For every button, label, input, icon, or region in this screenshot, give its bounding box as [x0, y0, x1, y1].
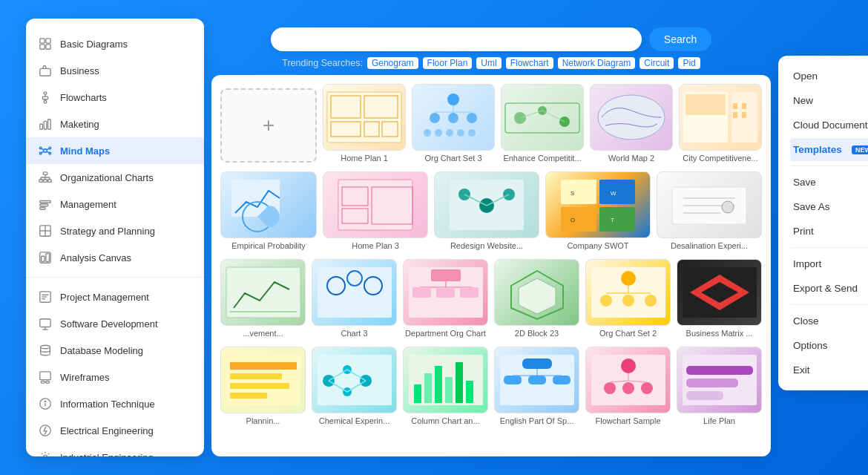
svg-rect-104 — [561, 180, 596, 204]
template-card-home-plan-1[interactable]: Home Plan 1 — [323, 84, 406, 163]
svg-rect-158 — [424, 373, 432, 403]
divider-3 — [790, 304, 868, 305]
svg-rect-25 — [48, 180, 52, 183]
template-card-org2[interactable]: Org Chart Set 2 — [585, 259, 671, 338]
template-title: Enhance Competitit... — [501, 154, 584, 163]
sidebar-item-maketing[interactable]: Maketing — [26, 111, 204, 137]
template-card-empirical[interactable]: Empirical Probability — [220, 171, 317, 250]
svg-point-64 — [447, 94, 459, 105]
template-thumb-english — [494, 347, 579, 413]
sidebar-label: Wireframes — [60, 372, 109, 383]
template-card-world-map[interactable]: World Map 2 — [590, 84, 673, 163]
template-card-chart3[interactable]: Chart 3 — [312, 259, 397, 338]
svg-rect-169 — [553, 376, 571, 384]
template-card-swot[interactable]: SWOT Company SWOT — [545, 171, 651, 250]
trending-tag-pid[interactable]: Pid — [678, 57, 700, 69]
sidebar-item-database[interactable]: Database Modeling — [26, 337, 204, 364]
template-card-flowchart-sample[interactable]: Flowchart Sample — [585, 347, 671, 425]
trending-tag-uml[interactable]: Uml — [476, 57, 501, 69]
svg-rect-0 — [40, 39, 45, 43]
right-panel-exit[interactable]: Exit — [790, 358, 868, 381]
svg-rect-1 — [46, 39, 50, 43]
search-input[interactable] — [283, 33, 630, 45]
template-card-desal[interactable]: Desalination Experi... — [657, 171, 762, 250]
template-title: Org Chart Set 3 — [412, 154, 495, 163]
content-area: Search Trending Searches: Genogram Floor… — [211, 19, 771, 456]
template-card-dept-org[interactable]: Department Org Chart — [403, 259, 488, 338]
sidebar-item-strategy[interactable]: Strategy and Planning — [26, 217, 204, 244]
sidebar-item-project[interactable]: Project Management — [26, 284, 204, 310]
trending-label: Trending Searches: — [282, 58, 363, 68]
trending-tag-network[interactable]: Network Diagram — [558, 57, 636, 69]
template-card-english[interactable]: English Part Of Sp... — [494, 347, 579, 425]
right-panel-templates[interactable]: Templates NEW — [790, 138, 868, 161]
sidebar-item-basic-diagrams[interactable]: Basic Diagrams — [26, 30, 204, 57]
new-template-button[interactable]: + — [220, 88, 317, 163]
sidebar-item-software[interactable]: Software Development — [26, 310, 204, 337]
sidebar-item-mind-maps[interactable]: Mind Maps — [26, 137, 204, 164]
template-card-redesign[interactable]: Redesign Website... — [434, 171, 539, 250]
template-card-chem[interactable]: Chemical Experin... — [312, 347, 397, 425]
template-thumb-desal — [657, 171, 762, 238]
search-button[interactable]: Search — [649, 27, 711, 51]
svg-rect-4 — [40, 68, 50, 76]
sidebar-label: Information Technique — [60, 399, 155, 410]
svg-rect-48 — [40, 372, 50, 380]
right-panel-import[interactable]: Import — [790, 252, 868, 275]
search-bar-container: Search — [211, 19, 771, 57]
svg-rect-88 — [733, 103, 737, 109]
template-title: Company SWOT — [545, 241, 651, 250]
svg-rect-24 — [44, 180, 47, 183]
right-panel-open[interactable]: Open — [790, 65, 868, 88]
sidebar-item-industrial[interactable]: Industrial Engineering — [26, 444, 204, 456]
svg-text:S: S — [571, 190, 574, 197]
trending-tag-genogram[interactable]: Genogram — [367, 57, 418, 69]
template-title: English Part Of Sp... — [494, 416, 579, 425]
template-card-city[interactable]: City Competitivene... — [679, 84, 762, 163]
template-row-1: + Home Plan 1 Org Chart Set 3 — [220, 84, 762, 163]
mindmap-icon — [38, 143, 53, 158]
trending-tag-flowchart[interactable]: Flowchart — [506, 57, 553, 69]
sidebar-item-info-tech[interactable]: Information Technique — [26, 390, 204, 417]
svg-rect-106 — [561, 207, 596, 232]
template-card-col-chart[interactable]: Column Chart an... — [403, 347, 488, 425]
svg-line-83 — [542, 111, 565, 122]
sidebar-item-management[interactable]: Management — [26, 191, 204, 217]
strategy-icon — [38, 223, 53, 238]
trending-tag-floor-plan[interactable]: Floor Plan — [423, 57, 473, 69]
right-panel-cloud[interactable]: Cloud Document — [790, 114, 868, 137]
right-panel-save-as[interactable]: Save As — [790, 195, 868, 218]
svg-rect-145 — [230, 383, 289, 389]
sidebar-item-electrical[interactable]: Electrical Engineering — [26, 417, 204, 444]
sidebar-label: Industrial Engineering — [60, 452, 154, 457]
sidebar-item-analysis-canvas[interactable]: Analysis Canvas — [26, 244, 204, 271]
template-card-enhance[interactable]: Enhance Competitit... — [501, 84, 584, 163]
electrical-icon — [38, 423, 53, 438]
sidebar-item-business[interactable]: Business — [26, 57, 204, 84]
svg-point-68 — [448, 113, 458, 123]
right-panel-close[interactable]: Close — [790, 309, 868, 332]
right-panel-save[interactable]: Save — [790, 171, 868, 194]
template-card-bmatrix[interactable]: Business Matrix ... — [677, 259, 762, 338]
svg-rect-2 — [40, 45, 45, 49]
right-panel-export[interactable]: Export & Send — [790, 277, 868, 300]
template-card-life-plan[interactable]: Life Plan — [677, 347, 762, 425]
trending-tag-circuit[interactable]: Circuit — [640, 57, 674, 69]
template-card-org-chart-3[interactable]: Org Chart Set 3 — [412, 84, 495, 163]
sidebar-item-wireframes[interactable]: Wireframes — [26, 364, 204, 390]
right-panel-print[interactable]: Print — [790, 220, 868, 243]
template-title: World Map 2 — [590, 154, 673, 163]
svg-rect-23 — [39, 180, 43, 183]
right-panel-options[interactable]: Options — [790, 334, 868, 357]
template-thumb-redesign — [434, 171, 539, 238]
right-panel-new[interactable]: New — [790, 89, 868, 112]
template-card-planning[interactable]: Plannin... — [220, 347, 306, 425]
template-thumb-world — [590, 84, 673, 151]
template-card-2d-block[interactable]: 2D Block 23 — [494, 259, 579, 338]
bar-icon — [38, 117, 53, 131]
template-title: Department Org Chart — [403, 329, 488, 338]
sidebar-item-org-charts[interactable]: Organizational Charts — [26, 164, 204, 191]
sidebar-item-flowcharts[interactable]: Flowcharts — [26, 84, 204, 111]
template-card-home-plan-3[interactable]: Home Plan 3 — [323, 171, 428, 250]
template-card-movement[interactable]: ...vement... — [220, 259, 306, 338]
